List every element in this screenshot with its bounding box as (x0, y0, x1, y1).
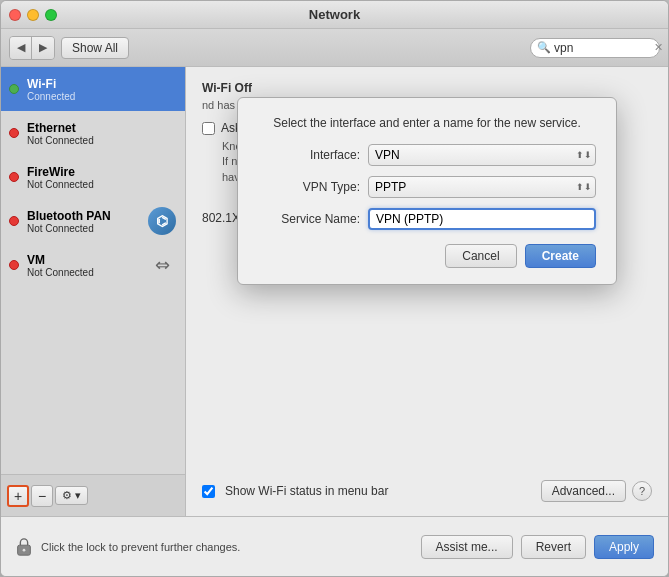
remove-service-button[interactable]: − (31, 485, 53, 507)
modal-cancel-button[interactable]: Cancel (445, 244, 516, 268)
main-content: Wi-Fi Connected Ethernet Not Connected (1, 67, 668, 516)
vm-item-status: Not Connected (27, 267, 94, 278)
network-preferences-window: Network ◀ ▶ Show All 🔍 ✕ Wi-Fi Connected (0, 0, 669, 577)
nav-button-group: ◀ ▶ (9, 36, 55, 60)
vpn-type-select-wrapper: PPTP L2TP over IPSec Cisco IPSec IKEv2 ⬆… (368, 176, 596, 198)
vm-item-name: VM (27, 253, 94, 267)
vpn-type-label: VPN Type: (258, 180, 368, 194)
service-name-input[interactable] (368, 208, 596, 230)
revert-button[interactable]: Revert (521, 535, 586, 559)
bluetooth-item-status: Not Connected (27, 223, 111, 234)
firewire-status-dot (9, 172, 19, 182)
assist-button[interactable]: Assist me... (421, 535, 513, 559)
sidebar-item-bluetooth[interactable]: Bluetooth PAN Not Connected ⌬ (1, 199, 185, 243)
maximize-button[interactable] (45, 9, 57, 21)
lock-icon (15, 537, 33, 557)
service-name-row: Service Name: (258, 208, 596, 230)
right-panel: Wi-Fi Off nd has the IP Ask to join new … (186, 67, 668, 516)
sidebar-item-ethernet[interactable]: Ethernet Not Connected (1, 111, 185, 155)
service-name-label: Service Name: (258, 212, 368, 226)
modal-buttons: Cancel Create (258, 244, 596, 268)
bluetooth-item-name: Bluetooth PAN (27, 209, 111, 223)
bluetooth-item-text: Bluetooth PAN Not Connected (27, 209, 111, 234)
vm-status-dot (9, 260, 19, 270)
add-service-button[interactable]: + (7, 485, 29, 507)
apply-button[interactable]: Apply (594, 535, 654, 559)
bottom-bar: Click the lock to prevent further change… (1, 516, 668, 576)
wifi-status-dot (9, 84, 19, 94)
sidebar-list: Wi-Fi Connected Ethernet Not Connected (1, 67, 185, 474)
search-box: 🔍 ✕ (530, 38, 660, 58)
search-clear-icon[interactable]: ✕ (654, 41, 663, 54)
vm-icon: ⇔︎ (155, 254, 170, 276)
close-button[interactable] (9, 9, 21, 21)
back-button[interactable]: ◀ (10, 37, 32, 59)
vm-icon-wrap: ⇔︎ (147, 250, 177, 280)
sidebar-item-wifi[interactable]: Wi-Fi Connected (1, 67, 185, 111)
sidebar: Wi-Fi Connected Ethernet Not Connected (1, 67, 186, 516)
interface-select[interactable]: VPN Ethernet Wi-Fi FireWire Bluetooth PA… (368, 144, 596, 166)
modal-create-button[interactable]: Create (525, 244, 596, 268)
forward-button[interactable]: ▶ (32, 37, 54, 59)
interface-label: Interface: (258, 148, 368, 162)
search-icon: 🔍 (537, 41, 551, 54)
show-all-button[interactable]: Show All (61, 37, 129, 59)
wifi-item-status: Connected (27, 91, 75, 102)
sidebar-item-vm[interactable]: VM Not Connected ⇔︎ (1, 243, 185, 287)
ethernet-item-status: Not Connected (27, 135, 94, 146)
firewire-item-name: FireWire (27, 165, 94, 179)
ethernet-item-text: Ethernet Not Connected (27, 121, 94, 146)
modal-overlay: Select the interface and enter a name fo… (186, 67, 668, 516)
lock-text: Click the lock to prevent further change… (41, 541, 240, 553)
lock-button[interactable] (15, 537, 33, 557)
svg-point-1 (23, 548, 26, 551)
window-title: Network (309, 7, 360, 22)
sidebar-bottom-bar: + − ⚙ ▾ (1, 474, 185, 516)
vpn-type-row: VPN Type: PPTP L2TP over IPSec Cisco IPS… (258, 176, 596, 198)
interface-row: Interface: VPN Ethernet Wi-Fi FireWire B… (258, 144, 596, 166)
ethernet-item-name: Ethernet (27, 121, 94, 135)
vpn-type-select[interactable]: PPTP L2TP over IPSec Cisco IPSec IKEv2 (368, 176, 596, 198)
bluetooth-status-dot (9, 216, 19, 226)
bluetooth-icon: ⌬ (148, 207, 176, 235)
interface-select-wrapper: VPN Ethernet Wi-Fi FireWire Bluetooth PA… (368, 144, 596, 166)
wifi-item-name: Wi-Fi (27, 77, 75, 91)
firewire-item-status: Not Connected (27, 179, 94, 190)
vm-item-text: VM Not Connected (27, 253, 94, 278)
search-input[interactable] (554, 41, 654, 55)
bottom-right-buttons: Assist me... Revert Apply (421, 535, 654, 559)
gear-menu-button[interactable]: ⚙ ▾ (55, 486, 88, 505)
title-bar: Network (1, 1, 668, 29)
bluetooth-icon-wrap: ⌬ (147, 206, 177, 236)
traffic-lights (9, 9, 57, 21)
firewire-item-text: FireWire Not Connected (27, 165, 94, 190)
minimize-button[interactable] (27, 9, 39, 21)
modal-title: Select the interface and enter a name fo… (258, 116, 596, 130)
wifi-item-text: Wi-Fi Connected (27, 77, 75, 102)
new-service-modal: Select the interface and enter a name fo… (237, 97, 617, 285)
sidebar-item-firewire[interactable]: FireWire Not Connected (1, 155, 185, 199)
toolbar: ◀ ▶ Show All 🔍 ✕ (1, 29, 668, 67)
ethernet-status-dot (9, 128, 19, 138)
